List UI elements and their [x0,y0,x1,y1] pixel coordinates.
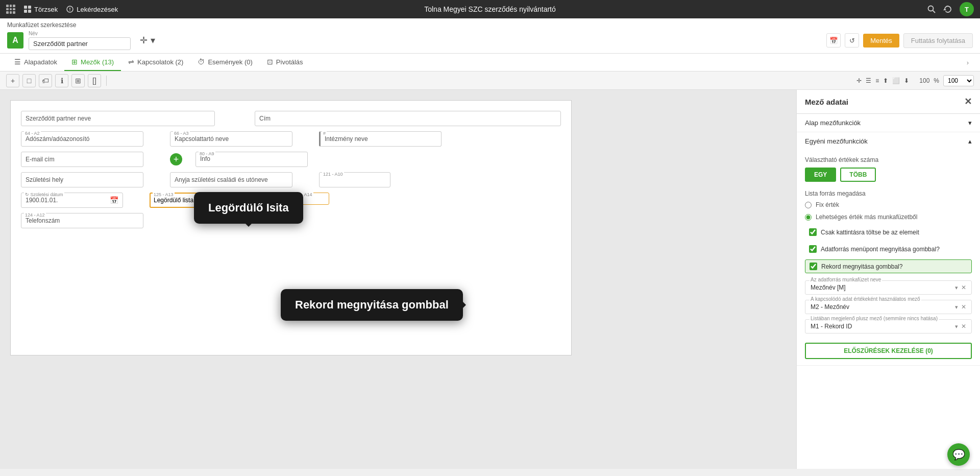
info-label: 80 - A9 [199,151,215,156]
adatforrás-clear-icon[interactable]: ✕ [961,284,966,291]
alap-section-header[interactable]: Alap mezőfunkciók ▾ [797,114,980,132]
chat-bubble[interactable]: 💬 [947,443,970,466]
align-top-icon[interactable]: ⬆ [883,77,888,84]
tab-alapadatok-label: Alapadatok [24,58,57,66]
lehetseges-ertek-radio[interactable] [805,214,812,221]
field-121: 121 - A10 [319,172,390,187]
lehetseges-ertek-label: Lehetséges érték más munkafüzetből [816,213,917,221]
workbook-name-input[interactable] [29,37,131,50]
user-avatar[interactable]: T [960,2,974,16]
listaban-label: Listában megjelenő plusz mező (semmiire … [810,316,939,321]
tab-more-arrow[interactable]: › [963,55,973,70]
fix-ertek-radio[interactable] [805,202,812,208]
tab-alapadatok[interactable]: ☰ Alapadatok [7,54,64,71]
save-button[interactable]: Mentés [863,34,899,47]
bracket-btn[interactable]: [] [88,74,101,87]
egyeni-section-header[interactable]: Egyéni mezőfunkciók ▴ [797,132,980,150]
tab-kapcsolatok-label: Kapcsolatok (2) [137,58,183,66]
alap-chevron-icon: ▾ [968,119,972,127]
refresh-btn[interactable]: ↺ [845,33,859,47]
tab-mezok-label: Mezők (13) [81,58,114,66]
spacer2 [152,131,162,147]
svg-rect-3 [28,10,31,13]
torzsek-label: Törzsek [34,6,58,13]
svg-rect-2 [24,10,27,13]
adatforrás-icons: ▾ ✕ [955,284,966,291]
zoom-select[interactable]: 10075125 [943,75,974,86]
workbook-name-row: A Név ✛ ▾ 📅 ↺ Mentés Futtatás folytatása [7,31,973,50]
field-intezmeny: # [319,131,442,147]
kapcsolodo-arrow-icon[interactable]: ▾ [955,304,958,311]
canvas-area[interactable]: 64 - A2 66 - A3 # [0,90,796,469]
field-row-1 [21,111,561,126]
cim-input[interactable] [255,111,561,126]
check3-box[interactable] [810,263,817,270]
adatforrás-arrow-icon[interactable]: ▾ [955,284,958,291]
tobb-toggle[interactable]: TÖBB [840,168,876,182]
fix-ertek-row: Fix érték [805,201,972,208]
egyeni-section-label: Egyéni mezőfunkciók [805,137,868,145]
egy-toggle[interactable]: EGY [805,168,836,182]
listaban-dropdown[interactable]: Listában megjelenő plusz mező (semmiire … [805,319,972,334]
panel-close-icon[interactable]: ✕ [964,96,972,107]
square-btn[interactable]: □ [22,74,36,87]
tab-kapcsolatok[interactable]: ⇌ Kapcsolatok (2) [121,54,190,71]
align-mid-icon[interactable]: ⬜ [892,77,900,84]
tab-esemenyek[interactable]: ⏱ Események (0) [190,54,259,71]
tab-mezok[interactable]: ⊞ Mezők (13) [64,54,121,71]
add-field-plus-btn[interactable]: + [170,153,182,165]
listaban-clear-icon[interactable]: ✕ [961,323,966,330]
field-adoszam: 64 - A2 [21,131,143,147]
spacer4 [152,152,162,167]
torzsek-tab[interactable]: Törzsek [23,5,58,13]
align-center-icon[interactable]: ≡ [875,77,879,84]
grid-menu-icon[interactable] [6,5,15,14]
egyeni-section-body: Választható értékek száma EGY TÖBB Lista… [797,150,980,365]
table-btn[interactable]: ⊞ [71,74,85,87]
lekerdezesek-tab[interactable]: Lekérdezések [66,5,118,13]
name-label: Név [29,31,131,36]
egyeni-section: Egyéni mezőfunkciók ▴ Választható értéke… [797,132,980,366]
field-121-label: 121 - A10 [322,172,344,177]
spacer3 [301,131,311,147]
listaban-value: M1 - Rekord ID [811,323,955,330]
listaban-arrow-icon[interactable]: ▾ [955,323,958,330]
right-panel-header: Mező adatai ✕ [797,90,980,114]
check1-row: Csak kattintásra töltse be az elemeit [805,226,972,239]
arrow-icon[interactable]: ▾ [151,35,155,46]
field-toolbar: + □ 🏷 ℹ ⊞ [] ✛ ☰ ≡ ⬆ ⬜ ⬇ 100 % 10075125 [0,72,980,90]
szerzodott-input[interactable] [21,111,215,126]
telefon-label: 124 - A12 [24,212,46,218]
adatforrás-dropdown[interactable]: Az adatforrás munkafüzet neve Mezőnév [M… [805,280,972,295]
svg-point-6 [69,10,70,11]
spacer7 [131,193,141,208]
text-format-icon[interactable]: ✛ [140,35,148,46]
field-toolbar-right: ✛ ☰ ≡ ⬆ ⬜ ⬇ 100 % 10075125 [856,75,974,86]
szuletesi-hely-input[interactable] [21,172,143,187]
calendar-icon-btn[interactable]: 📅 [826,33,841,47]
check3-row: Rekord megnyitása gombbal? [805,259,972,273]
anyja-input[interactable] [170,172,292,187]
kapcsolodo-container: A kapcsolódó adat értékeként használatos… [805,300,972,314]
refresh-icon[interactable] [943,5,952,14]
kapcsolodo-clear-icon[interactable]: ✕ [961,303,966,311]
main-area: 64 - A2 66 - A3 # [0,90,980,469]
eloszures-button[interactable]: ELŐSZŰRÉSEK KEZELÉSE (0) [805,343,972,359]
tab-esemenyek-label: Események (0) [208,58,252,66]
tab-pivotálás[interactable]: ⊡ Pivotálás [260,54,310,71]
lehetseges-ertek-row: Lehetséges érték más munkafüzetből [805,213,972,221]
svg-rect-1 [28,6,31,9]
tag-btn[interactable]: 🏷 [39,74,52,87]
email-input[interactable] [21,152,143,167]
intezmeny-label: # [322,131,327,136]
align-bottom-icon[interactable]: ⬇ [904,77,909,84]
align-plus-icon[interactable]: ✛ [856,77,862,84]
intezmeny-input[interactable] [319,131,442,147]
align-left-icon[interactable]: ☰ [866,77,871,84]
search-icon[interactable] [927,5,936,14]
check1-box[interactable] [809,228,817,236]
add-field-btn[interactable]: + [6,74,19,87]
info-btn[interactable]: ℹ [55,74,68,87]
check2-box[interactable] [809,245,817,253]
kapcsolodo-dropdown[interactable]: A kapcsolódó adat értékeként használatos… [805,300,972,314]
